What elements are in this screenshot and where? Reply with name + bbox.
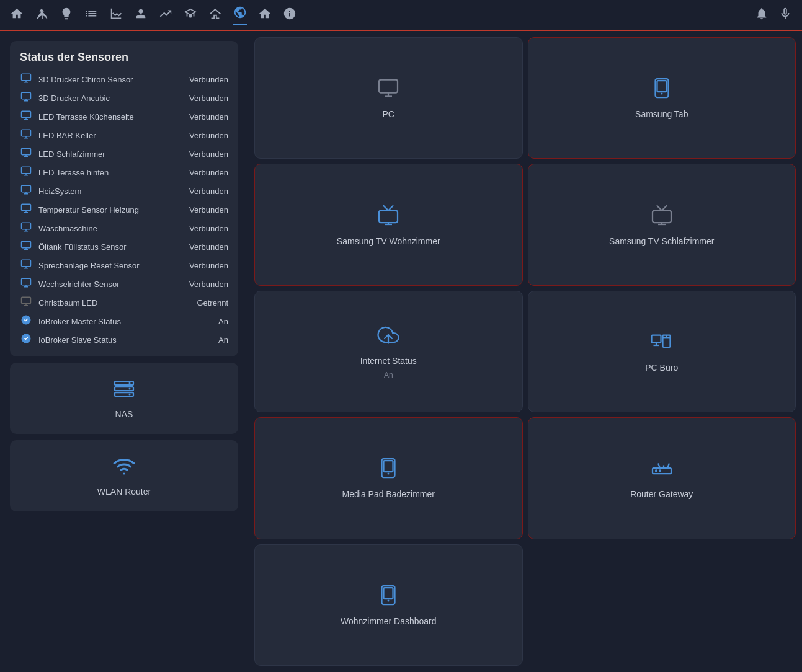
svg-rect-27 [22,241,31,248]
svg-point-44 [129,382,131,384]
sensor-list: 3D Drucker Chiron Sensor Verbunden 3D Dr… [20,73,228,347]
internet-status-sublabel: An [384,371,393,379]
bell-icon[interactable] [755,7,769,24]
svg-rect-3 [22,92,31,99]
sensor-name: LED BAR Keller [38,131,183,140]
wlan-router-card[interactable]: WLAN Router [10,440,238,511]
router-gateway-label: Router Gateway [630,489,693,499]
sensor-status: Verbunden [189,261,228,270]
monitor-icon [20,73,32,86]
sensor-item: Temperatur Sensor Heizung Verbunden [20,203,228,216]
sensor-status: Getrennt [197,298,228,307]
monitor-gray-icon [20,296,32,309]
monitor-icon [20,128,32,142]
svg-point-77 [388,599,390,601]
sensor-item: 3D Drucker Chiron Sensor Verbunden [20,73,228,86]
right-panel: PC Samsung Tab [248,31,802,672]
svg-point-68 [388,473,390,475]
wohnzimmer-dashboard-tile[interactable]: Wohnzimmer Dashboard [254,544,523,666]
sensor-item: 3D Drucker Ancubic Verbunden [20,91,228,105]
sensor-card-title: Status der Sensoren [20,51,228,64]
monitor-icon [20,147,32,161]
network-active-icon[interactable] [233,6,247,25]
info-icon[interactable] [283,7,296,24]
sensor-item: LED BAR Keller Verbunden [20,128,228,142]
media-pad-tile[interactable]: Media Pad Badezimmer [254,417,523,539]
sensor-status: Verbunden [189,187,228,196]
tree-icon[interactable] [35,7,48,24]
nas-label: NAS [115,409,133,419]
pc-label: PC [383,109,394,119]
sensor-name: Sprechanlage Reset Sensor [38,261,183,270]
router-gateway-tile[interactable]: Router Gateway [528,417,796,539]
svg-rect-57 [653,210,671,223]
samsung-tv-schlafzimmer-label: Samsung TV Schlafzimmer [609,236,714,246]
person-icon[interactable] [134,7,148,24]
sensor-name: HeizSystem [38,187,183,196]
monitor-icon [20,110,32,123]
nav-icons [10,6,755,25]
mic-icon[interactable] [778,7,792,24]
pc-buero-tile[interactable]: PC Büro [528,291,796,412]
svg-rect-21 [22,204,31,211]
left-panel: Status der Sensoren 3D Drucker Chiron Se… [0,31,248,672]
sensor-status: Verbunden [189,168,228,177]
list-icon[interactable] [84,7,98,24]
router-icon [651,457,673,484]
tablet2-icon [377,457,399,484]
tv-icon [377,204,399,231]
samsung-tv-schlafzimmer-tile[interactable]: Samsung TV Schlafzimmer [528,164,796,285]
sensor-item: Waschmaschine Verbunden [20,221,228,235]
home-icon[interactable] [10,7,24,24]
monitor-icon [20,240,32,254]
smart-home-icon[interactable] [258,7,272,24]
sensor-item: IoBroker Master Status An [20,314,228,328]
svg-rect-6 [22,111,31,118]
scale-icon[interactable] [184,7,197,24]
wlan-router-label: WLAN Router [97,487,151,497]
sensor-status-card: Status der Sensoren 3D Drucker Chiron Se… [10,41,238,356]
svg-rect-36 [22,297,31,304]
sensor-name: Öltank Füllstatus Sensor [38,242,183,252]
sensor-status: Verbunden [189,149,228,159]
samsung-tv-wohnzimmer-label: Samsung TV Wohnzimmer [337,236,440,246]
svg-rect-33 [22,278,31,285]
monitor-icon [20,221,32,235]
sensor-name: Wechselrichter Sensor [38,280,183,289]
samsung-tv-wohnzimmer-tile[interactable]: Samsung TV Wohnzimmer [254,164,523,285]
samsung-tab-tile[interactable]: Samsung Tab [528,37,796,159]
pc-desk-icon [651,330,673,358]
sensor-status: An [218,335,228,345]
monitor-icon [20,166,32,179]
samsung-tab-label: Samsung Tab [635,109,688,119]
sensor-status: Verbunden [189,75,228,84]
nas-card[interactable]: NAS [10,363,238,434]
wifi-icon [113,455,135,482]
sensor-name: Temperatur Sensor Heizung [38,205,183,214]
trend-icon[interactable] [159,7,172,24]
pc-tile[interactable]: PC [254,37,523,159]
bulb-icon[interactable] [60,7,73,24]
tv-gray-icon [651,204,673,231]
svg-rect-18 [22,185,31,192]
sensor-item: Christbaum LED Getrennt [20,296,228,309]
sensor-name: LED Schlafzimmer [38,149,183,159]
chart-icon[interactable] [109,7,123,24]
svg-point-47 [123,473,125,475]
svg-rect-12 [22,148,31,155]
svg-rect-78 [384,588,393,599]
topbar [0,0,802,31]
sensor-item: LED Terasse hinten Verbunden [20,166,228,179]
check-icon [20,333,32,347]
sensor-item: HeizSystem Verbunden [20,184,228,198]
svg-rect-69 [384,461,393,472]
svg-point-45 [129,388,131,390]
sensor-item: LED Terrasse Küchenseite Verbunden [20,110,228,123]
sensor-status: Verbunden [189,112,228,122]
internet-status-tile[interactable]: Internet Status An [254,291,523,412]
svg-rect-9 [22,130,31,136]
sensor-status: Verbunden [189,224,228,233]
svg-rect-30 [22,260,31,267]
pc-icon [377,77,399,104]
house-outline-icon[interactable] [208,7,222,24]
